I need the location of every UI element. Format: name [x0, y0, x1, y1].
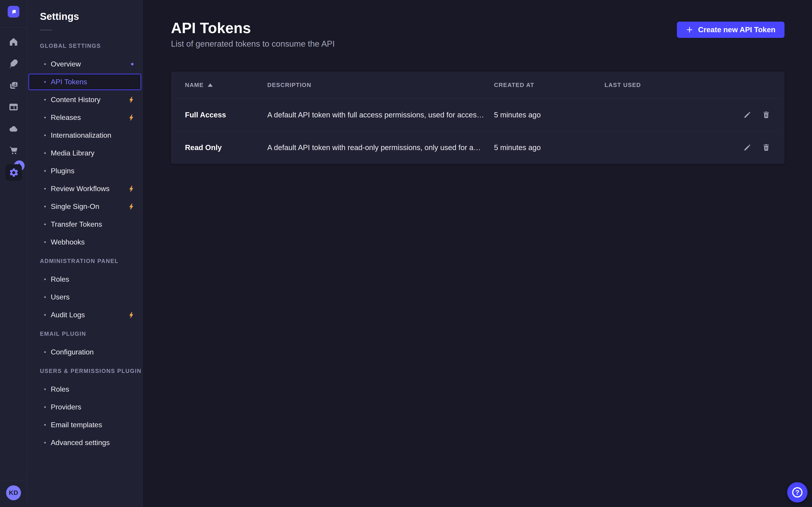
sidebar-item-content-history[interactable]: Content History	[29, 92, 141, 108]
sidebar-divider	[40, 30, 52, 31]
token-description: A default API token with full access per…	[267, 111, 494, 119]
edit-button[interactable]	[743, 111, 752, 119]
lightning-icon	[128, 185, 135, 193]
bullet-icon	[44, 406, 46, 408]
token-description: A default API token with read-only permi…	[267, 143, 494, 152]
sidebar-item-webhooks[interactable]: Webhooks	[29, 234, 141, 250]
sidebar-item-review-workflows[interactable]: Review Workflows	[29, 180, 141, 197]
sidebar-item-roles-admin[interactable]: Roles	[29, 271, 141, 287]
sidebar-item-transfer-tokens[interactable]: Transfer Tokens	[29, 216, 141, 233]
section-label-email-plugin: EMAIL PLUGIN	[40, 331, 143, 337]
create-api-token-label: Create new API Token	[698, 25, 775, 34]
sidebar-item-providers[interactable]: Providers	[29, 399, 141, 415]
api-tokens-table: NAME DESCRIPTION CREATED AT LAST USED Fu…	[171, 72, 784, 164]
home-icon[interactable]	[0, 37, 27, 47]
sidebar-item-audit-logs[interactable]: Audit Logs	[29, 307, 141, 323]
bullet-icon	[44, 351, 46, 353]
cloud-icon[interactable]	[0, 123, 27, 134]
token-name: Read Only	[185, 143, 267, 152]
pencil-icon	[743, 111, 752, 119]
main-nav-rail: 1 KD	[0, 0, 27, 507]
strapi-logo[interactable]	[8, 6, 19, 17]
lightning-icon	[128, 203, 135, 211]
page-subtitle: List of generated tokens to consume the …	[171, 39, 335, 49]
edit-button[interactable]	[743, 143, 752, 152]
bullet-icon	[44, 170, 46, 172]
bullet-icon	[44, 152, 46, 154]
rail-divider	[0, 27, 27, 28]
bullet-icon	[44, 424, 46, 426]
lightning-icon	[128, 96, 135, 104]
delete-button[interactable]	[762, 143, 770, 152]
help-button[interactable]	[787, 482, 808, 503]
bullet-icon	[44, 389, 46, 390]
sidebar-item-users[interactable]: Users	[29, 289, 141, 305]
sidebar-item-api-tokens[interactable]: API Tokens	[29, 74, 141, 90]
sidebar-item-releases[interactable]: Releases	[29, 109, 141, 126]
table-row[interactable]: Full Access A default API token with ful…	[171, 99, 784, 131]
sidebar-item-media-library[interactable]: Media Library	[29, 145, 141, 161]
bullet-icon	[44, 188, 46, 189]
column-header-name[interactable]: NAME	[185, 81, 267, 89]
token-name: Full Access	[185, 111, 267, 119]
sidebar-item-advanced-settings[interactable]: Advanced settings	[29, 435, 141, 451]
lightning-icon	[128, 311, 135, 319]
sidebar-item-single-sign-on[interactable]: Single Sign-On	[29, 198, 141, 215]
settings-sidebar: Settings GLOBAL SETTINGS Overview API To…	[27, 0, 143, 507]
sidebar-item-plugins[interactable]: Plugins	[29, 163, 141, 179]
section-label-administration-panel: ADMINISTRATION PANEL	[40, 258, 143, 264]
sort-ascending-icon	[208, 83, 213, 87]
table-row[interactable]: Read Only A default API token with read-…	[171, 131, 784, 164]
bullet-icon	[44, 134, 46, 136]
sidebar-item-configuration[interactable]: Configuration	[29, 344, 141, 360]
create-api-token-button[interactable]: Create new API Token	[677, 22, 784, 38]
trash-icon	[762, 143, 770, 152]
bullet-icon	[44, 117, 46, 118]
page-header-text: API Tokens List of generated tokens to c…	[171, 19, 335, 49]
column-header-description: DESCRIPTION	[267, 81, 494, 89]
delete-button[interactable]	[762, 111, 770, 119]
column-header-last-used: LAST USED	[605, 81, 704, 89]
page-title: API Tokens	[171, 19, 335, 37]
sidebar-item-roles-up[interactable]: Roles	[29, 381, 141, 397]
bullet-icon	[44, 241, 46, 243]
sidebar-item-email-templates[interactable]: Email templates	[29, 417, 141, 433]
marketplace-cart-icon[interactable]	[0, 145, 27, 156]
media-library-icon[interactable]	[0, 80, 27, 91]
rail-divider	[0, 480, 27, 481]
notification-dot	[131, 63, 134, 65]
column-header-created-at: CREATED AT	[494, 81, 605, 89]
bullet-icon	[44, 81, 46, 83]
row-actions	[704, 143, 770, 152]
lightning-icon	[128, 114, 135, 121]
settings-gear-icon[interactable]	[5, 164, 22, 181]
bullet-icon	[44, 206, 46, 207]
pencil-icon	[743, 143, 752, 152]
trash-icon	[762, 111, 770, 119]
bullet-icon	[44, 63, 46, 65]
section-label-users-permissions-plugin: USERS & PERMISSIONS PLUGIN	[40, 368, 143, 374]
bullet-icon	[44, 314, 46, 316]
help-icon	[792, 487, 803, 498]
token-created-at: 5 minutes ago	[494, 143, 605, 152]
bullet-icon	[44, 99, 46, 101]
bullet-icon	[44, 224, 46, 225]
main-content: API Tokens List of generated tokens to c…	[143, 0, 812, 507]
plus-icon	[686, 26, 693, 33]
content-type-builder-icon[interactable]	[0, 102, 27, 112]
bullet-icon	[44, 296, 46, 298]
content-manager-icon[interactable]	[0, 58, 27, 69]
section-label-global-settings: GLOBAL SETTINGS	[40, 43, 143, 49]
bullet-icon	[44, 279, 46, 280]
avatar[interactable]: KD	[6, 485, 21, 500]
sidebar-item-overview[interactable]: Overview	[29, 56, 141, 72]
page-header: API Tokens List of generated tokens to c…	[171, 19, 784, 49]
app-window: 1 KD Settings GLOBAL SETTINGS Overview A…	[0, 0, 812, 507]
strapi-logo-glyph	[9, 7, 18, 16]
sidebar-item-internationalization[interactable]: Internationalization	[29, 127, 141, 144]
bullet-icon	[44, 442, 46, 443]
sidebar-title: Settings	[40, 11, 143, 22]
table-header-row: NAME DESCRIPTION CREATED AT LAST USED	[171, 72, 784, 99]
token-created-at: 5 minutes ago	[494, 111, 605, 119]
row-actions	[704, 111, 770, 119]
